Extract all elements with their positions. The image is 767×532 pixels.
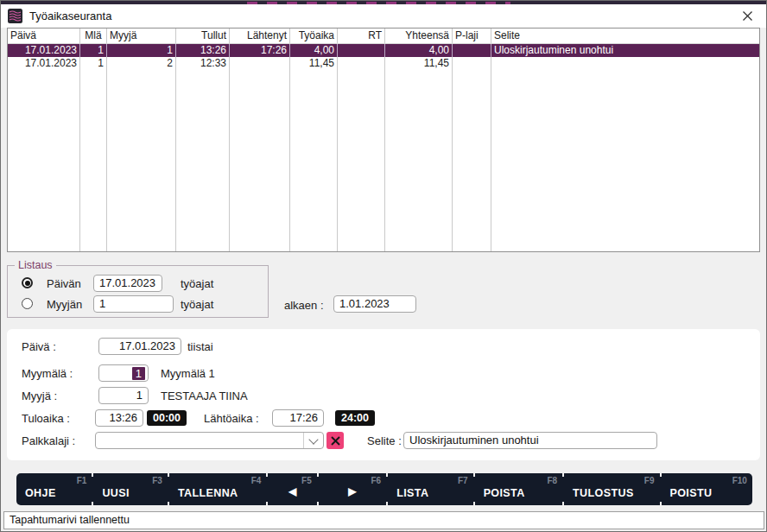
close-icon bbox=[742, 10, 753, 22]
cell-rt bbox=[338, 44, 385, 57]
grid-line bbox=[107, 70, 176, 251]
palkkalaji-select[interactable] bbox=[95, 432, 324, 449]
grid-line bbox=[491, 70, 759, 251]
radio-myyjan[interactable] bbox=[22, 298, 33, 309]
myymala-row: Myymälä : 1 Myymälä 1 bbox=[22, 364, 215, 382]
fkey-label: F7 bbox=[458, 476, 468, 485]
cell-lahtenyt bbox=[230, 57, 290, 70]
col-header-tullut: Tullut bbox=[176, 28, 230, 43]
paiva-row: Päivä : 17.01.2023 tiistai bbox=[22, 338, 213, 355]
tuloaika-label: Tuloaika : bbox=[22, 412, 95, 425]
table-row[interactable]: 17.01.2023 1 2 12:33 11,45 11,45 bbox=[8, 57, 759, 70]
cell-myyja: 1 bbox=[107, 44, 176, 57]
uusi-button[interactable]: UUSI F3 bbox=[93, 473, 167, 505]
cell-selite bbox=[491, 57, 759, 70]
paiva-input[interactable]: 17.01.2023 bbox=[98, 338, 181, 355]
worktime-table: Päivä Mlä Myyjä Tullut Lähtenyt Työaika … bbox=[7, 28, 760, 252]
myyja-input[interactable]: 1 bbox=[98, 387, 149, 404]
tuloaika-min-badge: 00:00 bbox=[147, 410, 187, 426]
cell-selite: Uloskirjautuminen unohtui bbox=[491, 44, 759, 57]
alkaen-label: alkaen : bbox=[284, 299, 324, 312]
table-grid-filler bbox=[8, 70, 759, 251]
grid-line bbox=[290, 70, 338, 251]
fkey-label: F6 bbox=[371, 476, 382, 485]
close-button[interactable] bbox=[735, 6, 759, 26]
cell-tyoaika: 4,00 bbox=[290, 44, 338, 57]
col-header-selite: Selite bbox=[491, 28, 759, 43]
myymala-label: Myymälä : bbox=[22, 367, 93, 380]
palkkalaji-label: Palkkalaji : bbox=[22, 434, 95, 447]
next-record-button[interactable]: ▶ F6 bbox=[319, 473, 386, 505]
cell-mla: 1 bbox=[80, 57, 107, 70]
grid-line bbox=[453, 70, 491, 251]
myymala-input[interactable]: 1 bbox=[98, 364, 149, 382]
cell-tullut: 12:33 bbox=[176, 57, 230, 70]
table-row-selected[interactable]: 17.01.2023 1 1 13:26 17:26 4,00 4,00 Ulo… bbox=[8, 44, 759, 57]
status-message: Tapahtumarivi tallennettu bbox=[10, 514, 130, 526]
radio-myyjan-label: Myyjän bbox=[47, 298, 82, 311]
myyjan-number-input[interactable]: 1 bbox=[93, 295, 174, 313]
clear-x-icon bbox=[331, 436, 340, 446]
cell-paiva: 17.01.2023 bbox=[8, 57, 80, 70]
titlebar: Työaikaseuranta bbox=[1, 4, 766, 28]
fkey-label: F4 bbox=[251, 476, 262, 485]
palkkalaji-clear-button[interactable] bbox=[326, 432, 344, 449]
alkaen-date-input[interactable]: 1.01.2023 bbox=[333, 295, 416, 313]
app-window: Työaikaseuranta Päivä Mlä Myyjä Tullut L… bbox=[0, 0, 767, 532]
paiva-label: Päivä : bbox=[22, 340, 93, 353]
myyja-name-label: TESTAAJA TIINA bbox=[161, 390, 248, 402]
cell-myyja: 2 bbox=[107, 57, 176, 70]
app-logo-icon bbox=[8, 9, 22, 23]
cell-mla: 1 bbox=[80, 44, 107, 57]
fkey-label: F3 bbox=[152, 476, 162, 485]
fkey-label: F1 bbox=[77, 476, 87, 485]
detail-panel: Päivä : 17.01.2023 tiistai Myymälä : 1 M… bbox=[7, 329, 760, 460]
tallenna-button[interactable]: TALLENNA F4 bbox=[169, 473, 266, 505]
weekday-label: tiistai bbox=[187, 340, 213, 353]
myyjan-suffix-label: työajat bbox=[181, 298, 213, 311]
button-label: LISTA bbox=[396, 487, 428, 499]
listaus-myyjan-row: Myyjän 1 työajat bbox=[8, 295, 268, 313]
grid-line bbox=[80, 70, 107, 251]
table-header-row: Päivä Mlä Myyjä Tullut Lähtenyt Työaika … bbox=[8, 28, 759, 44]
radio-paivan[interactable] bbox=[22, 277, 33, 288]
cell-tullut: 13:26 bbox=[176, 44, 230, 57]
grid-line bbox=[8, 70, 80, 251]
previous-record-button[interactable]: ◀ F5 bbox=[268, 473, 316, 505]
cell-yhteensa: 11,45 bbox=[385, 57, 453, 70]
lahtoaika-input[interactable]: 17:26 bbox=[272, 409, 324, 427]
cell-plaji bbox=[453, 57, 491, 70]
col-header-tyoaika: Työaika bbox=[290, 28, 338, 43]
poista-button[interactable]: POISTA F8 bbox=[475, 473, 562, 505]
button-label: POISTU bbox=[670, 487, 713, 499]
listaus-groupbox: Listaus Päivän 17.01.2023 työajat Myyjän… bbox=[7, 265, 269, 318]
col-header-mla: Mlä bbox=[80, 28, 107, 43]
grid-line bbox=[385, 70, 453, 251]
poistu-button[interactable]: POISTU F10 bbox=[662, 473, 752, 505]
col-header-yhteensa: Yhteensä bbox=[385, 28, 453, 43]
ohje-button[interactable]: OHJE F1 bbox=[16, 473, 92, 505]
tuloaika-input[interactable]: 13:26 bbox=[95, 409, 143, 427]
tulostus-button[interactable]: TULOSTUS F9 bbox=[564, 473, 659, 505]
radio-paivan-label: Päivän bbox=[47, 277, 81, 290]
button-label: POISTA bbox=[484, 487, 525, 499]
dropdown-arrow-area bbox=[303, 433, 323, 448]
palkkalaji-row: Palkkalaji : Selite : Uloskirjautuminen … bbox=[22, 432, 657, 449]
lista-button[interactable]: LISTA F7 bbox=[388, 473, 472, 505]
cell-yhteensa: 4,00 bbox=[385, 44, 453, 57]
listaus-paivan-row: Päivän 17.01.2023 työajat bbox=[8, 275, 268, 292]
col-header-lahtenyt: Lähtenyt bbox=[230, 28, 290, 43]
col-header-myyja: Myyjä bbox=[107, 28, 176, 43]
cell-plaji bbox=[453, 44, 491, 57]
col-header-paiva: Päivä bbox=[8, 28, 80, 43]
selite-input[interactable]: Uloskirjautuminen unohtui bbox=[403, 432, 657, 449]
fkey-label: F5 bbox=[301, 476, 312, 485]
cell-paiva: 17.01.2023 bbox=[8, 44, 80, 57]
lahtoaika-label: Lähtöaika : bbox=[204, 412, 272, 425]
button-label: TALLENNA bbox=[178, 487, 238, 499]
button-label: OHJE bbox=[25, 487, 56, 499]
times-row: Tuloaika : 13:26 00:00 Lähtöaika : 17:26… bbox=[22, 409, 375, 427]
paivan-date-input[interactable]: 17.01.2023 bbox=[93, 275, 162, 292]
next-arrow-icon: ▶ bbox=[348, 485, 356, 497]
cell-lahtenyt: 17:26 bbox=[230, 44, 290, 57]
